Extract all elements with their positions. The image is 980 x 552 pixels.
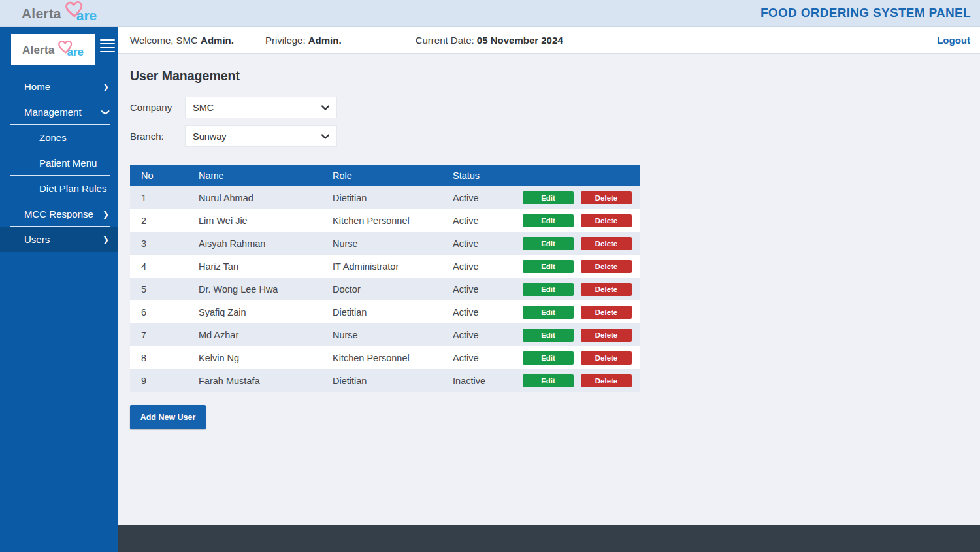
cell-role: Nurse [321,238,442,249]
table-row: 6 Syafiq Zain Dietitian Active Edit Dele… [130,300,640,323]
table-row: 3 Aisyah Rahman Nurse Active Edit Delete [130,232,640,255]
cell-role: IT Administrator [321,261,442,272]
chevron-right-icon: ❯ [103,210,109,218]
content-header: Welcome, SMC Admin. Privilege: Admin. Cu… [118,27,980,54]
cell-role: Dietitian [321,193,442,203]
edit-button[interactable]: Edit [523,351,574,365]
cell-status: Active [442,261,514,272]
cell-role: Dietitian [321,307,442,317]
cell-no: 4 [130,261,188,272]
branch-select[interactable]: Sunway [185,125,337,147]
brand-logo: Alerta are [22,42,84,57]
add-new-user-button[interactable]: Add New User [130,405,206,429]
cell-name: Dr. Wong Lee Hwa [188,284,321,295]
sidebar-item-label: Zones [39,132,67,143]
cell-role: Nurse [321,330,442,340]
delete-button[interactable]: Delete [581,260,632,273]
welcome-text: Welcome, SMC Admin. [130,35,234,46]
cell-status: Active [442,238,514,249]
cell-status: Active [442,216,514,226]
cell-role: Kitchen Personnel [321,353,442,363]
delete-button[interactable]: Delete [581,283,632,296]
cell-no: 3 [130,238,188,249]
chevron-right-icon: ❯ [103,83,109,91]
table-row: 9 Farah Mustafa Dietitian Inactive Edit … [130,369,640,392]
table-row: 5 Dr. Wong Lee Hwa Doctor Active Edit De… [130,278,640,300]
sidebar-item-diet-plan-rules[interactable]: Diet Plan Rules [0,176,118,201]
table-row: 2 Lim Wei Jie Kitchen Personnel Active E… [130,209,640,232]
cell-name: Hariz Tan [188,261,321,272]
cell-status: Active [442,330,514,340]
delete-button[interactable]: Delete [581,237,632,250]
cell-no: 1 [130,193,188,203]
edit-button[interactable]: Edit [523,237,574,250]
cell-status: Active [442,193,514,203]
page-title: User Management [130,69,980,84]
sidebar-item-label: Home [24,81,50,92]
cell-name: Md Azhar [188,330,321,340]
company-select[interactable]: SMC [185,97,337,118]
column-header-role: Role [321,170,442,181]
heart-logo-icon [58,40,73,56]
edit-button[interactable]: Edit [523,306,574,319]
cell-role: Kitchen Personnel [321,216,442,226]
cell-no: 2 [130,216,188,226]
cell-status: Active [442,353,514,363]
panel-title: FOOD ORDERING SYSTEM PANEL [760,6,971,20]
sidebar-item-label: Users [24,234,50,245]
delete-button[interactable]: Delete [581,306,632,319]
cell-status: Active [442,307,514,317]
chevron-right-icon: ❯ [103,236,109,244]
topbar: Alerta are FOOD ORDERING SYSTEM PANEL [0,0,980,27]
cell-name: Syafiq Zain [188,307,321,317]
delete-button[interactable]: Delete [581,351,632,365]
column-header-status: Status [442,170,514,181]
sidebar-item-zones[interactable]: Zones [0,125,118,150]
cell-no: 7 [130,330,188,340]
sidebar-item-patient-menu[interactable]: Patient Menu [0,150,118,176]
sidebar-nav: Home ❯ Management ❯ Zones Patient Menu D… [0,74,118,252]
footer-bar [118,525,980,552]
delete-button[interactable]: Delete [581,214,632,227]
table-row: 4 Hariz Tan IT Administrator Active Edit… [130,255,640,278]
sidebar-item-label: Diet Plan Rules [39,183,106,194]
heart-logo-icon [65,1,83,20]
table-row: 1 Nurul Ahmad Dietitian Active Edit Dele… [130,186,640,209]
column-header-name: Name [188,170,321,181]
edit-button[interactable]: Edit [523,260,574,273]
edit-button[interactable]: Edit [523,329,574,342]
edit-button[interactable]: Edit [523,214,574,227]
sidebar-item-management[interactable]: Management ❯ [0,99,118,125]
sidebar-item-users[interactable]: Users ❯ [0,227,118,252]
content-area: Welcome, SMC Admin. Privilege: Admin. Cu… [118,27,980,552]
edit-button[interactable]: Edit [523,191,574,204]
sidebar-item-label: Management [24,106,82,118]
edit-button[interactable]: Edit [523,374,574,387]
brand-text-alerta: Alerta [22,44,54,56]
sidebar-item-label: MCC Response [24,208,93,219]
logout-link[interactable]: Logout [937,35,970,46]
cell-role: Dietitian [321,376,442,386]
branch-label: Branch: [130,131,185,142]
cell-no: 9 [130,376,188,386]
chevron-down-icon: ❯ [102,108,110,115]
current-date-text: Current Date: 05 November 2024 [416,35,563,46]
main-panel: User Management Company SMC Branch: Sunw… [118,54,980,525]
hamburger-menu-icon[interactable] [100,34,115,55]
table-row: 7 Md Azhar Nurse Active Edit Delete [130,323,640,346]
sidebar-logo[interactable]: Alerta are [11,34,95,65]
edit-button[interactable]: Edit [523,283,574,296]
cell-no: 6 [130,307,188,317]
company-label: Company [130,102,185,113]
cell-name: Nurul Ahmad [188,193,321,203]
delete-button[interactable]: Delete [581,191,632,204]
cell-name: Farah Mustafa [188,376,321,386]
cell-name: Kelvin Ng [188,353,321,363]
delete-button[interactable]: Delete [581,329,632,342]
cell-name: Aisyah Rahman [188,238,321,249]
cell-name: Lim Wei Jie [188,216,321,226]
brand-logo: Alerta are [22,4,97,22]
sidebar-item-mcc-response[interactable]: MCC Response ❯ [0,201,118,227]
sidebar-item-home[interactable]: Home ❯ [0,74,118,99]
delete-button[interactable]: Delete [581,374,632,387]
